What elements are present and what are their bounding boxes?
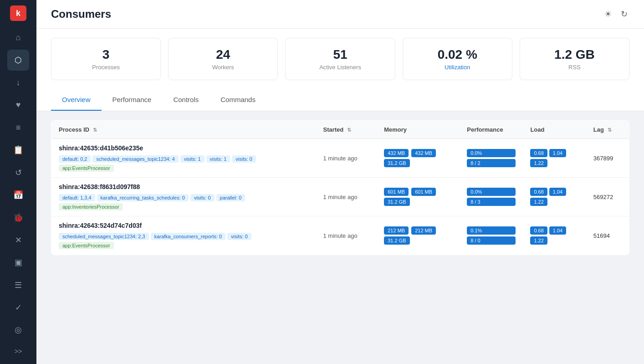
memory-row-2: 31.2 GB — [384, 159, 452, 167]
app-tag: app:EventsProcessor — [59, 242, 114, 249]
theme-toggle-button[interactable]: ☀ — [603, 7, 613, 21]
memory-badge: 212 MB — [411, 226, 436, 235]
started-cell-0: 1 minute ago — [316, 139, 377, 178]
perf-badge: 8 / 0 — [467, 236, 516, 245]
sidebar-expand-button[interactable]: >> — [11, 344, 26, 359]
lag-cell-0: 367899 — [586, 139, 629, 178]
sidebar-item-calendar[interactable]: 📅 — [7, 185, 29, 205]
load-row-1: 0.681.04 — [530, 226, 578, 235]
perf-cell-2: 0.1%8 / 0 — [460, 216, 523, 255]
refresh-button[interactable]: ↻ — [619, 7, 629, 21]
sidebar-item-bug[interactable]: 🐞 — [7, 207, 29, 228]
sidebar-item-grid[interactable]: ▣ — [7, 252, 29, 273]
col-lag[interactable]: Lag ⇅ — [586, 121, 629, 139]
col-process-id[interactable]: Process ID ⇅ — [51, 121, 316, 139]
sidebar-item-close[interactable]: ✕ — [7, 230, 29, 250]
app-tag-row: app:InventoriesProcessor — [59, 203, 308, 210]
stat-processes: 3 Processes — [51, 38, 161, 80]
sidebar-item-check[interactable]: ✓ — [7, 297, 29, 318]
table-row: shinra:42638:f8631d097f88default: 1,3,4k… — [51, 178, 629, 216]
process-id-text: shinra:42643:524d74c7d03f — [59, 222, 308, 229]
sidebar-item-favorites[interactable]: ♥ — [7, 95, 29, 115]
tag: scheduled_messages_topic1234: 2,3 — [59, 233, 149, 240]
tag: karafka_consumers_reports: 0 — [151, 233, 226, 240]
tag: karafka_recurring_tasks_schedules: 0 — [97, 194, 189, 201]
process-tags: default: 0,2scheduled_messages_topic1234… — [59, 155, 308, 163]
page-title: Consumers — [51, 8, 111, 21]
tab-commands[interactable]: Commands — [210, 89, 266, 111]
memory-cell-1: 601 MB601 MB31.2 GB — [377, 178, 460, 216]
sidebar-item-processors[interactable]: ⬡ — [7, 50, 29, 70]
sidebar-item-wheel[interactable]: ◎ — [7, 320, 29, 340]
tag: scheduled_messages_topic1234: 4 — [92, 155, 178, 163]
memory-badges: 212 MB212 MB31.2 GB — [384, 226, 452, 245]
memory-cell-0: 432 MB432 MB31.2 GB — [377, 139, 460, 178]
col-started[interactable]: Started ⇅ — [316, 121, 377, 139]
stat-processes-label: Processes — [62, 64, 149, 71]
process-id-cell-2: shinra:42643:524d74c7d03fscheduled_messa… — [51, 216, 316, 255]
sidebar-item-list[interactable]: ≡ — [7, 117, 29, 138]
sort-lag-icon: ⇅ — [608, 127, 612, 133]
started-text: 1 minute ago — [323, 194, 357, 200]
load-badges: 0.681.041.22 — [530, 149, 578, 167]
tab-overview[interactable]: Overview — [51, 89, 102, 111]
perf-cell-1: 0.0%8 / 3 — [460, 178, 523, 216]
load-badge: 0.68 — [530, 149, 547, 157]
stat-rss-value: 1.2 GB — [531, 47, 618, 62]
stat-listeners-label: Active Listeners — [296, 64, 383, 71]
perf-badge: 0.1% — [467, 226, 516, 235]
load-badge-3: 1.22 — [530, 198, 547, 206]
tag: default: 1,3,4 — [59, 194, 95, 201]
process-id-text: shinra:42635:d41b506e235e — [59, 144, 308, 152]
started-text: 1 minute ago — [323, 232, 357, 239]
header-actions: ☀ ↻ — [603, 7, 629, 21]
lag-value: 569272 — [593, 194, 613, 200]
perf-badges: 0.0%8 / 2 — [467, 149, 516, 167]
memory-row-1: 601 MB601 MB — [384, 188, 452, 196]
memory-row-2: 31.2 GB — [384, 236, 452, 245]
stat-workers-label: Workers — [179, 64, 266, 71]
sidebar-item-home[interactable]: ⌂ — [7, 27, 29, 48]
memory-badge: 601 MB — [384, 188, 409, 196]
load-row-1: 0.681.04 — [530, 149, 578, 157]
load-badge: 0.68 — [530, 188, 547, 196]
memory-badges: 432 MB432 MB31.2 GB — [384, 149, 452, 167]
load-badge: 1.04 — [549, 149, 566, 157]
stat-listeners: 51 Active Listeners — [285, 38, 395, 80]
sidebar-item-download[interactable]: ↓ — [7, 72, 29, 93]
stat-listeners-value: 51 — [296, 47, 383, 62]
sidebar-item-refresh[interactable]: ↺ — [7, 162, 29, 183]
tab-performance[interactable]: Performance — [102, 89, 163, 111]
stat-utilization: 0.02 % Utilization — [403, 38, 512, 80]
stat-rss: 1.2 GB RSS — [520, 38, 629, 80]
perf-badge: 0.0% — [467, 188, 516, 196]
app-logo[interactable]: k — [10, 5, 26, 21]
load-cell-1: 0.681.041.22 — [523, 178, 586, 216]
sidebar-item-document[interactable]: 📋 — [7, 140, 29, 160]
process-id-cell-0: shinra:42635:d41b506e235edefault: 0,2sch… — [51, 139, 316, 178]
perf-badge: 8 / 3 — [467, 198, 516, 206]
lag-value: 367899 — [593, 155, 613, 162]
perf-badges: 0.1%8 / 0 — [467, 226, 516, 245]
sidebar-item-menu2[interactable]: ☰ — [7, 275, 29, 295]
sidebar: k ⌂ ⬡ ↓ ♥ ≡ 📋 ↺ 📅 🐞 ✕ ▣ ☰ ✓ ◎ >> — [0, 0, 36, 364]
memory-badge-total: 31.2 GB — [384, 159, 409, 167]
tag: visits: 0 — [190, 194, 215, 201]
stat-rss-label: RSS — [531, 64, 618, 71]
load-badge-3: 1.22 — [530, 159, 547, 167]
sort-process-id-icon: ⇅ — [93, 127, 97, 133]
app-tag-row: app:EventsProcessor — [59, 242, 308, 249]
perf-cell-0: 0.0%8 / 2 — [460, 139, 523, 178]
perf-badges: 0.0%8 / 3 — [467, 188, 516, 206]
memory-row-1: 212 MB212 MB — [384, 226, 452, 235]
process-id-cell-1: shinra:42638:f8631d097f88default: 1,3,4k… — [51, 178, 316, 216]
process-table: Process ID ⇅ Started ⇅ Memory Performanc… — [51, 120, 629, 255]
memory-badge-total: 31.2 GB — [384, 236, 409, 245]
load-badge: 0.68 — [530, 226, 547, 235]
tag: parallel: 0 — [216, 194, 245, 201]
tabs-row: Overview Performance Controls Commands — [36, 89, 644, 111]
perf-badge: 0.0% — [467, 149, 516, 157]
tab-controls[interactable]: Controls — [162, 89, 210, 111]
memory-row-1: 432 MB432 MB — [384, 149, 452, 157]
load-badge: 1.04 — [549, 188, 566, 196]
